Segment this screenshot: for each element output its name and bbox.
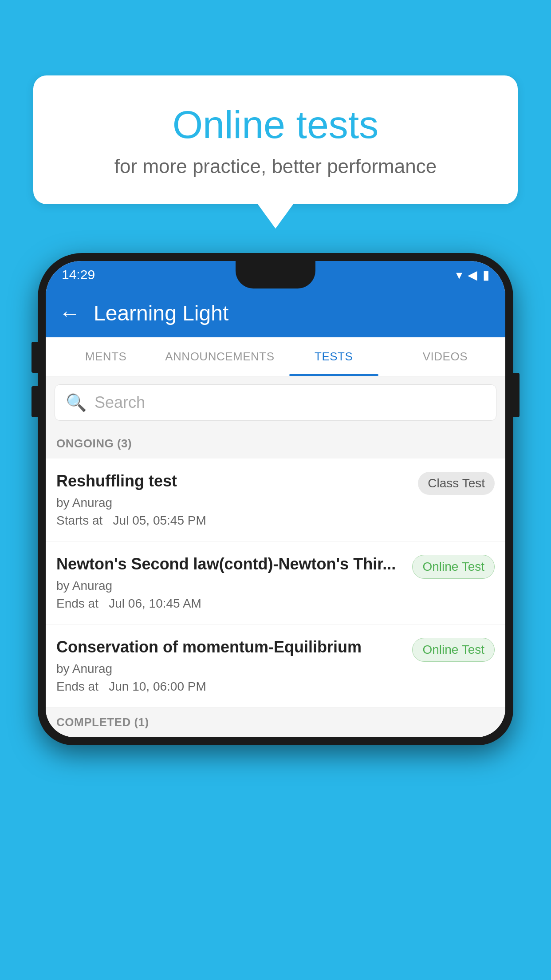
speech-bubble-wrapper: Online tests for more practice, better p… bbox=[33, 75, 518, 229]
wifi-icon: ▾ bbox=[456, 268, 462, 282]
notch bbox=[236, 261, 315, 288]
list-item[interactable]: Reshuffling test by Anurag Starts at Jul… bbox=[46, 458, 505, 541]
list-item[interactable]: Conservation of momentum-Equilibrium by … bbox=[46, 624, 505, 707]
test-name: Reshuffling test bbox=[56, 472, 409, 490]
status-time: 14:29 bbox=[62, 267, 95, 282]
battery-icon: ▮ bbox=[483, 268, 489, 282]
test-time: Ends at Jun 10, 06:00 PM bbox=[56, 680, 403, 694]
tab-announcements[interactable]: ANNOUNCEMENTS bbox=[161, 337, 278, 376]
side-button-left-bottom bbox=[31, 386, 38, 417]
test-name: Newton's Second law(contd)-Newton's Thir… bbox=[56, 555, 403, 573]
back-button[interactable]: ← bbox=[59, 301, 80, 325]
speech-bubble: Online tests for more practice, better p… bbox=[33, 75, 518, 204]
test-by: by Anurag bbox=[56, 662, 403, 676]
test-time-label: Starts at bbox=[56, 514, 102, 527]
search-container: 🔍 Search bbox=[46, 376, 505, 429]
phone-wrapper: 14:29 ▾ ◀ ▮ ← Learning Light MENTS ANNOU… bbox=[38, 253, 513, 980]
phone-outer: 14:29 ▾ ◀ ▮ ← Learning Light MENTS ANNOU… bbox=[38, 253, 513, 745]
tabs-container: MENTS ANNOUNCEMENTS TESTS VIDEOS bbox=[46, 337, 505, 376]
test-time: Ends at Jul 06, 10:45 AM bbox=[56, 597, 403, 611]
test-info: Conservation of momentum-Equilibrium by … bbox=[56, 638, 412, 694]
test-by: by Anurag bbox=[56, 579, 403, 593]
ongoing-section-header: ONGOING (3) bbox=[46, 429, 505, 458]
status-icons: ▾ ◀ ▮ bbox=[456, 268, 489, 282]
speech-bubble-subtitle: for more practice, better performance bbox=[69, 155, 482, 178]
app-header: ← Learning Light bbox=[46, 288, 505, 337]
tab-tests[interactable]: TESTS bbox=[278, 337, 390, 376]
test-time-label: Ends at bbox=[56, 680, 98, 693]
tab-ments[interactable]: MENTS bbox=[50, 337, 161, 376]
speech-bubble-title: Online tests bbox=[69, 102, 482, 147]
side-button-right bbox=[513, 373, 520, 417]
test-badge: Online Test bbox=[412, 555, 495, 579]
search-bar[interactable]: 🔍 Search bbox=[55, 384, 496, 421]
completed-section-header: COMPLETED (1) bbox=[46, 707, 505, 737]
tab-videos[interactable]: VIDEOS bbox=[390, 337, 501, 376]
test-name: Conservation of momentum-Equilibrium bbox=[56, 638, 403, 656]
test-badge: Online Test bbox=[412, 638, 495, 662]
list-item[interactable]: Newton's Second law(contd)-Newton's Thir… bbox=[46, 541, 505, 624]
test-info: Reshuffling test by Anurag Starts at Jul… bbox=[56, 472, 418, 528]
tests-list: Reshuffling test by Anurag Starts at Jul… bbox=[46, 458, 505, 707]
side-button-left-top bbox=[31, 342, 38, 373]
test-time-label: Ends at bbox=[56, 597, 98, 610]
test-info: Newton's Second law(contd)-Newton's Thir… bbox=[56, 555, 412, 611]
speech-bubble-arrow bbox=[258, 204, 293, 229]
app-title: Learning Light bbox=[94, 301, 228, 325]
test-time-value: Jul 06, 10:45 AM bbox=[109, 597, 201, 610]
test-time: Starts at Jul 05, 05:45 PM bbox=[56, 514, 409, 528]
status-bar: 14:29 ▾ ◀ ▮ bbox=[46, 261, 505, 288]
search-icon: 🔍 bbox=[66, 393, 87, 412]
signal-icon: ◀ bbox=[468, 268, 477, 282]
test-time-value: Jun 10, 06:00 PM bbox=[109, 680, 206, 693]
test-by: by Anurag bbox=[56, 496, 409, 510]
search-placeholder: Search bbox=[94, 393, 145, 412]
test-time-value: Jul 05, 05:45 PM bbox=[113, 514, 206, 527]
test-badge: Class Test bbox=[418, 472, 495, 495]
phone-inner: 14:29 ▾ ◀ ▮ ← Learning Light MENTS ANNOU… bbox=[46, 261, 505, 737]
